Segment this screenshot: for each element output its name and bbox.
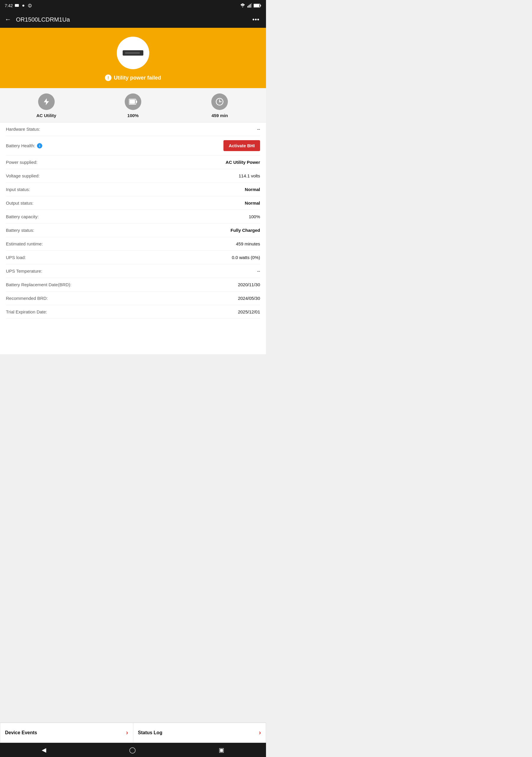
wifi-icon bbox=[240, 3, 245, 8]
runtime-icon bbox=[211, 93, 228, 110]
battery-label: 100% bbox=[127, 113, 139, 118]
voltage-supplied-value: 114.1 volts bbox=[239, 173, 260, 178]
estimated-runtime-row: Estimated runtime: 459 minutes bbox=[6, 237, 260, 251]
svg-rect-12 bbox=[130, 100, 135, 104]
voltage-supplied-row: Voltage supplied: 114.1 volts bbox=[6, 169, 260, 183]
stats-row: AC Utility 100% 459 min bbox=[0, 88, 266, 122]
ac-utility-label: AC Utility bbox=[36, 113, 56, 118]
recommended-brd-value: 2024/05/30 bbox=[238, 296, 260, 301]
ups-load-label: UPS load: bbox=[6, 255, 26, 260]
output-status-value: Normal bbox=[245, 200, 260, 205]
ups-temperature-value: -- bbox=[257, 268, 260, 274]
svg-rect-0 bbox=[15, 4, 19, 7]
svg-rect-6 bbox=[250, 4, 251, 8]
info-icon[interactable]: i bbox=[37, 143, 42, 148]
alert-message: Utility power failed bbox=[114, 75, 161, 81]
ups-temperature-label: UPS Temperature: bbox=[6, 268, 42, 274]
recommended-brd-row: Recommended BRD: 2024/05/30 bbox=[6, 291, 260, 305]
trial-expiration-row: Trial Expiration Date: 2025/12/01 bbox=[6, 305, 260, 319]
svg-rect-4 bbox=[248, 6, 248, 7]
back-button[interactable]: ← bbox=[5, 16, 11, 23]
output-status-row: Output status: Normal bbox=[6, 197, 260, 210]
app-bar: ← OR1500LCDRM1Ua ••• bbox=[0, 11, 266, 28]
battery-health-label-container: Battery Health: i bbox=[6, 143, 42, 148]
ups-device-icon bbox=[123, 50, 143, 56]
power-supplied-value: AC Utility Power bbox=[225, 160, 260, 165]
trial-expiration-value: 2025/12/01 bbox=[238, 309, 260, 314]
stat-ac-utility: AC Utility bbox=[3, 93, 90, 118]
hero-banner: ! Utility power failed bbox=[0, 28, 266, 88]
signal-icon bbox=[247, 3, 252, 8]
alert-icon: ! bbox=[105, 75, 111, 81]
ac-utility-icon bbox=[38, 93, 55, 110]
battery-status-row: Battery status: Fully Charged bbox=[6, 224, 260, 237]
status-bar-left: 7:42 bbox=[5, 3, 32, 8]
ups-icon-container bbox=[117, 37, 149, 69]
stat-runtime: 459 min bbox=[176, 93, 263, 118]
hardware-status-value: -- bbox=[257, 127, 260, 132]
battery-status-label: Battery status: bbox=[6, 228, 34, 233]
svg-rect-10 bbox=[260, 5, 261, 7]
input-status-row: Input status: Normal bbox=[6, 183, 260, 197]
brd-row: Battery Replacement Date(BRD): 2020/11/3… bbox=[6, 278, 260, 291]
stat-battery: 100% bbox=[90, 93, 176, 118]
runtime-label: 459 min bbox=[211, 113, 228, 118]
battery-capacity-row: Battery capacity: 100% bbox=[6, 210, 260, 224]
hardware-status-row: Hardware Status: -- bbox=[6, 122, 260, 136]
status-bar: 7:42 bbox=[0, 0, 266, 11]
details-section: Hardware Status: -- Battery Health: i Ac… bbox=[0, 122, 266, 354]
brd-label: Battery Replacement Date(BRD): bbox=[6, 282, 72, 287]
more-options-button[interactable]: ••• bbox=[251, 14, 261, 25]
input-status-value: Normal bbox=[245, 187, 260, 192]
svg-rect-5 bbox=[249, 5, 250, 8]
brd-value: 2020/11/30 bbox=[238, 282, 260, 287]
vpn-icon bbox=[27, 3, 32, 8]
ups-temperature-row: UPS Temperature: -- bbox=[6, 264, 260, 278]
battery-status-value: Fully Charged bbox=[230, 228, 260, 233]
svg-rect-13 bbox=[136, 101, 137, 103]
output-status-label: Output status: bbox=[6, 200, 33, 205]
app-bar-left: ← OR1500LCDRM1Ua bbox=[5, 16, 70, 23]
battery-health-text: Battery Health: bbox=[6, 143, 35, 148]
svg-rect-9 bbox=[254, 4, 259, 7]
battery-icon bbox=[253, 4, 261, 8]
alert-text: ! Utility power failed bbox=[105, 75, 161, 81]
recommended-brd-label: Recommended BRD: bbox=[6, 296, 48, 301]
estimated-runtime-label: Estimated runtime: bbox=[6, 241, 43, 246]
status-time: 7:42 bbox=[5, 3, 13, 8]
power-supplied-row: Power supplied: AC Utility Power bbox=[6, 156, 260, 169]
battery-capacity-value: 100% bbox=[249, 214, 260, 219]
ups-load-value: 0.0 watts (0%) bbox=[232, 255, 260, 260]
status-bar-right bbox=[240, 3, 261, 8]
power-supplied-label: Power supplied: bbox=[6, 160, 38, 165]
battery-stat-icon bbox=[125, 93, 141, 110]
page-title: OR1500LCDRM1Ua bbox=[16, 16, 70, 23]
voltage-supplied-label: Voltage supplied: bbox=[6, 173, 40, 178]
svg-point-1 bbox=[22, 5, 24, 7]
trial-expiration-label: Trial Expiration Date: bbox=[6, 309, 47, 314]
sim-icon bbox=[21, 3, 26, 8]
activate-bhi-button[interactable]: Activate BHI bbox=[223, 140, 260, 151]
notification-icon bbox=[15, 3, 19, 8]
estimated-runtime-value: 459 minutes bbox=[236, 241, 260, 246]
svg-rect-7 bbox=[251, 3, 252, 8]
input-status-label: Input status: bbox=[6, 187, 30, 192]
battery-health-row: Battery Health: i Activate BHI bbox=[6, 136, 260, 156]
hardware-status-label: Hardware Status: bbox=[6, 127, 40, 132]
ups-load-row: UPS load: 0.0 watts (0%) bbox=[6, 251, 260, 264]
battery-capacity-label: Battery capacity: bbox=[6, 214, 39, 219]
